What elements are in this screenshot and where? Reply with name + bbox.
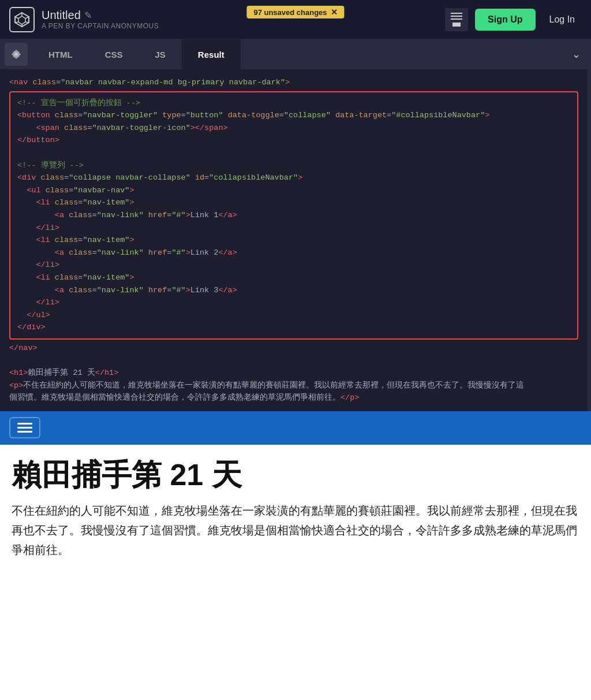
code-ul-close: </ul> bbox=[17, 309, 570, 322]
menu-button[interactable] bbox=[445, 8, 468, 31]
code-button-open: <button class="navbar-toggler" type="but… bbox=[17, 109, 570, 122]
result-paragraph: 不住在紐約的人可能不知道，維克牧場坐落在一家裝潢的有點華麗的賽頓莊園裡。我以前經… bbox=[12, 501, 579, 560]
menu-chevron-icon bbox=[452, 23, 461, 27]
tabs-bar: HTML CSS JS Result ⌄ bbox=[0, 39, 591, 69]
menu-line2 bbox=[451, 16, 462, 17]
pen-name: Untitled bbox=[42, 9, 81, 22]
logo-icon[interactable] bbox=[9, 7, 35, 32]
hamburger-line1 bbox=[17, 423, 32, 425]
code-a3: <a class="nav-link" href="#">Link 3</a> bbox=[17, 284, 570, 297]
pen-subtitle: A PEN BY CAPTAIN ANONYMOUS bbox=[42, 22, 159, 30]
code-li3-close: </li> bbox=[17, 296, 570, 309]
code-li2-close: </li> bbox=[17, 259, 570, 271]
close-unsaved-icon[interactable]: ✕ bbox=[331, 8, 338, 17]
code-span-toggler: <span class="navbar-toggler-icon"></span… bbox=[17, 122, 570, 135]
code-a2: <a class="nav-link" href="#">Link 2</a> bbox=[17, 247, 570, 259]
code-p2: 個習慣。維克牧場是個相當愉快適合社交的場合，令許許多多成熟老練的草泥馬們爭相前往… bbox=[9, 392, 578, 404]
code-ul: <ul class="navbar-nav"> bbox=[17, 184, 570, 197]
svg-line-6 bbox=[15, 22, 18, 23]
tab-css[interactable]: CSS bbox=[89, 39, 139, 69]
svg-line-4 bbox=[25, 22, 29, 23]
hamburger-line3 bbox=[17, 431, 32, 433]
result-hamburger-button[interactable] bbox=[9, 417, 40, 438]
code-highlighted-block: <!-- 宣告一個可折疊的按鈕 --> <button class="navba… bbox=[9, 91, 578, 340]
menu-line1 bbox=[451, 13, 462, 14]
topbar-right: Sign Up Log In bbox=[445, 8, 582, 31]
code-h1: <h1>賴田捕手第 21 天</h1> bbox=[9, 367, 578, 379]
result-content: 賴田捕手第 21 天 不住在紐約的人可能不知道，維克牧場坐落在一家裝潢的有點華麗… bbox=[0, 445, 591, 578]
code-line-nav-open: <nav class="navbar navbar-expand-md bg-p… bbox=[9, 76, 578, 89]
menu-line3 bbox=[451, 18, 462, 20]
unsaved-badge: 97 unsaved changes ✕ bbox=[246, 6, 344, 18]
code-div-close: </div> bbox=[17, 321, 570, 334]
code-nav-close: </nav> bbox=[9, 342, 578, 355]
signup-button[interactable]: Sign Up bbox=[475, 9, 535, 31]
code-button-close: </button> bbox=[17, 134, 570, 147]
code-li1: <li class="nav-item"> bbox=[17, 196, 570, 209]
login-button[interactable]: Log In bbox=[543, 10, 582, 29]
result-navbar bbox=[0, 411, 591, 445]
code-p: <p>不住在紐約的人可能不知道，維克牧場坐落在一家裝潢的有點華麗的賽頓莊園裡。我… bbox=[9, 379, 578, 392]
code-li1-close: </li> bbox=[17, 222, 570, 234]
editor-area[interactable]: <nav class="navbar navbar-expand-md bg-p… bbox=[0, 69, 591, 411]
result-heading: 賴田捕手第 21 天 bbox=[12, 459, 579, 492]
unsaved-text: 97 unsaved changes bbox=[253, 8, 327, 17]
pen-title-area: Untitled ✎ A PEN BY CAPTAIN ANONYMOUS bbox=[42, 9, 159, 30]
settings-button[interactable] bbox=[5, 43, 28, 66]
tab-html[interactable]: HTML bbox=[32, 39, 89, 69]
collapse-panel-button[interactable]: ⌄ bbox=[562, 39, 591, 69]
edit-icon[interactable]: ✎ bbox=[84, 10, 92, 21]
topbar: Untitled ✎ A PEN BY CAPTAIN ANONYMOUS 97… bbox=[0, 0, 591, 39]
tab-js[interactable]: JS bbox=[139, 39, 182, 69]
code-li2: <li class="nav-item"> bbox=[17, 234, 570, 247]
code-div-open: <div class="collapse navbar-collapse" id… bbox=[17, 172, 570, 184]
code-li3: <li class="nav-item"> bbox=[17, 271, 570, 284]
svg-marker-1 bbox=[18, 16, 25, 24]
tab-result[interactable]: Result bbox=[182, 39, 241, 69]
code-a1: <a class="nav-link" href="#">Link 1</a> bbox=[17, 209, 570, 222]
result-area: 賴田捕手第 21 天 不住在紐約的人可能不知道，維克牧場坐落在一家裝潢的有點華麗… bbox=[0, 411, 591, 700]
pen-title: Untitled ✎ bbox=[42, 9, 159, 22]
hamburger-line2 bbox=[17, 427, 32, 429]
code-comment2: <!-- 導覽列 --> bbox=[17, 159, 570, 172]
code-comment1: <!-- 宣告一個可折疊的按鈕 --> bbox=[17, 97, 570, 110]
